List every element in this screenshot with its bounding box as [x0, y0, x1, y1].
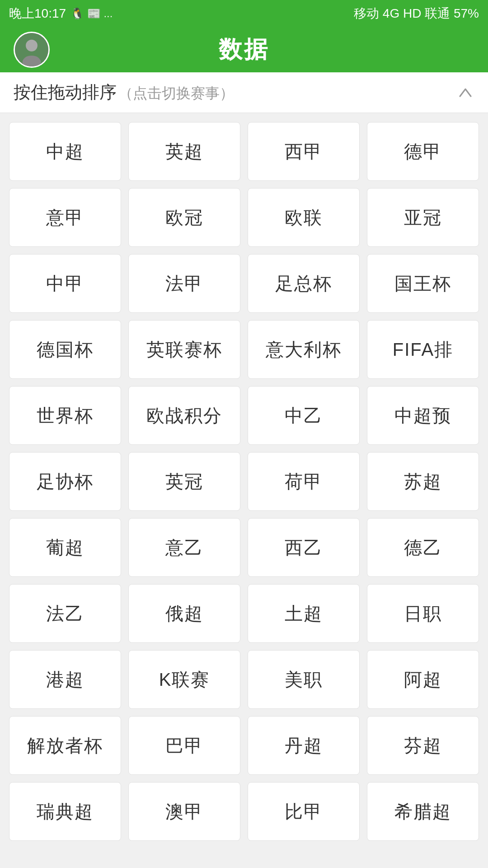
- league-item[interactable]: 芬超: [367, 716, 479, 775]
- page-title: 数据: [219, 34, 269, 66]
- league-item[interactable]: 德乙: [367, 518, 479, 577]
- league-item[interactable]: 欧冠: [128, 188, 240, 247]
- sort-bar-sub-text: （点击切换赛事）: [118, 85, 234, 101]
- league-item[interactable]: 世界杯: [9, 386, 121, 445]
- sort-bar-main-text: 按住拖动排序: [14, 83, 117, 102]
- league-item[interactable]: 法乙: [9, 584, 121, 643]
- league-item[interactable]: 足总杯: [248, 254, 360, 313]
- header: 数据: [0, 27, 488, 72]
- league-item[interactable]: 英联赛杯: [128, 320, 240, 379]
- league-item[interactable]: 澳甲: [128, 782, 240, 841]
- league-item[interactable]: 瑞典超: [9, 782, 121, 841]
- watermark-text: Ai: [447, 864, 474, 868]
- league-item[interactable]: 中超: [9, 122, 121, 181]
- status-right: 移动 4G HD 联通 57%: [354, 5, 479, 22]
- league-item[interactable]: K联赛: [128, 650, 240, 709]
- avatar[interactable]: [14, 32, 50, 68]
- league-item[interactable]: 中乙: [248, 386, 360, 445]
- status-time: 晚上10:17: [9, 5, 66, 22]
- league-item[interactable]: 阿超: [367, 650, 479, 709]
- leagues-grid: 中超英超西甲德甲意甲欧冠欧联亚冠中甲法甲足总杯国王杯德国杯英联赛杯意大利杯FIF…: [9, 122, 479, 841]
- league-item[interactable]: 荷甲: [248, 452, 360, 511]
- league-item[interactable]: 希腊超: [367, 782, 479, 841]
- league-item[interactable]: 亚冠: [367, 188, 479, 247]
- sort-bar: 按住拖动排序 （点击切换赛事）: [0, 72, 488, 113]
- league-item[interactable]: 意乙: [128, 518, 240, 577]
- league-item[interactable]: 美职: [248, 650, 360, 709]
- status-bar: 晚上10:17 🐧 📰 ... 移动 4G HD 联通 57%: [0, 0, 488, 27]
- status-network: 移动 4G HD 联通 57%: [354, 5, 479, 22]
- league-item[interactable]: 丹超: [248, 716, 360, 775]
- sort-bar-content: 按住拖动排序 （点击切换赛事）: [14, 81, 234, 104]
- league-item[interactable]: 港超: [9, 650, 121, 709]
- league-item[interactable]: 俄超: [128, 584, 240, 643]
- league-item[interactable]: 葡超: [9, 518, 121, 577]
- league-item[interactable]: 英冠: [128, 452, 240, 511]
- league-item[interactable]: 德甲: [367, 122, 479, 181]
- league-item[interactable]: 日职: [367, 584, 479, 643]
- bottom-area: Ai: [0, 850, 488, 868]
- league-item[interactable]: 德国杯: [9, 320, 121, 379]
- league-item[interactable]: 中甲: [9, 254, 121, 313]
- league-item[interactable]: 国王杯: [367, 254, 479, 313]
- league-item[interactable]: 苏超: [367, 452, 479, 511]
- status-icons: 🐧 📰 ...: [70, 7, 113, 20]
- league-item[interactable]: 英超: [128, 122, 240, 181]
- league-item[interactable]: 欧战积分: [128, 386, 240, 445]
- league-item[interactable]: 意大利杯: [248, 320, 360, 379]
- league-item[interactable]: 中超预: [367, 386, 479, 445]
- league-item[interactable]: 足协杯: [9, 452, 121, 511]
- collapse-icon[interactable]: [456, 84, 474, 102]
- status-left: 晚上10:17 🐧 📰 ...: [9, 5, 113, 22]
- league-item[interactable]: FIFA排: [367, 320, 479, 379]
- league-item[interactable]: 巴甲: [128, 716, 240, 775]
- league-item[interactable]: 意甲: [9, 188, 121, 247]
- league-item[interactable]: 欧联: [248, 188, 360, 247]
- league-item[interactable]: 西乙: [248, 518, 360, 577]
- league-item[interactable]: 比甲: [248, 782, 360, 841]
- league-item[interactable]: 西甲: [248, 122, 360, 181]
- leagues-container: 中超英超西甲德甲意甲欧冠欧联亚冠中甲法甲足总杯国王杯德国杯英联赛杯意大利杯FIF…: [0, 113, 488, 850]
- svg-point-1: [26, 40, 38, 52]
- league-item[interactable]: 解放者杯: [9, 716, 121, 775]
- league-item[interactable]: 土超: [248, 584, 360, 643]
- league-item[interactable]: 法甲: [128, 254, 240, 313]
